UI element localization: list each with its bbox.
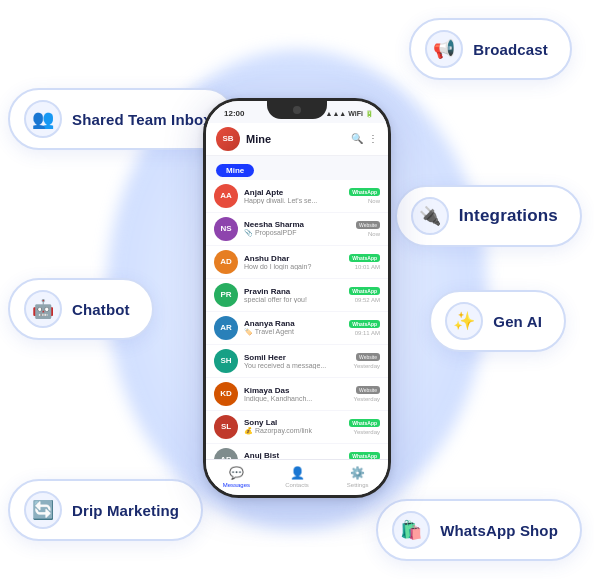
contact-item[interactable]: NS Neesha Sharma 📎 ProposalPDF Website N…: [206, 213, 388, 246]
pill-drip-marketing[interactable]: 🔄 Drip Marketing: [8, 479, 203, 541]
tab-mine[interactable]: Mine: [216, 164, 254, 177]
contact-name: Anjal Apte: [244, 188, 343, 197]
genai-label: Gen AI: [493, 313, 542, 330]
contact-name: Neesha Sharma: [244, 220, 350, 229]
contact-time: 09:11 AM: [355, 330, 380, 336]
contact-avatar: PR: [214, 283, 238, 307]
phone-notch: [267, 101, 327, 119]
pill-genai[interactable]: ✨ Gen AI: [429, 290, 566, 352]
contact-message: Indique, Kandhanch...: [244, 395, 348, 402]
contact-badge: Website: [356, 386, 380, 394]
search-icon[interactable]: 🔍: [351, 133, 363, 144]
wifi-icon: WiFi: [348, 110, 363, 117]
nav-icon: 💬: [229, 466, 244, 480]
nav-label: Contacts: [285, 482, 309, 488]
contact-badge: WhatsApp: [349, 287, 380, 295]
contact-name: Ananya Rana: [244, 319, 343, 328]
pill-broadcast[interactable]: 📢 Broadcast: [409, 18, 572, 80]
contact-avatar: NS: [214, 217, 238, 241]
contact-message: 📎 ProposalPDF: [244, 229, 350, 237]
contact-name: Anuj Bist: [244, 451, 343, 459]
contact-badge: Website: [356, 221, 380, 229]
contact-item[interactable]: SH Somil Heer You received a message... …: [206, 345, 388, 378]
phone-frame: 12:00 ▲▲▲ WiFi 🔋 SB Mine 🔍 ⋮ Mine: [203, 98, 391, 498]
contact-meta: WhatsApp 09:11 AM: [349, 320, 380, 336]
contact-badge: WhatsApp: [349, 254, 380, 262]
contact-avatar: AA: [214, 184, 238, 208]
contact-info: Anjal Apte Happy diwali. Let's se...: [244, 188, 343, 204]
contact-time: Now: [368, 198, 380, 204]
battery-icon: 🔋: [365, 110, 374, 118]
contact-badge: Website: [356, 353, 380, 361]
header-action-icons: 🔍 ⋮: [351, 133, 378, 144]
contact-meta: Website Yesterday: [354, 386, 380, 402]
contact-item[interactable]: KD Kimaya Das Indique, Kandhanch... Webs…: [206, 378, 388, 411]
contact-meta: WhatsApp 09:52 AM: [349, 287, 380, 303]
contact-item[interactable]: AR Ananya Rana 🏷️ Travel Agent WhatsApp …: [206, 312, 388, 345]
whatsapp-shop-icon: 🛍️: [392, 511, 430, 549]
contact-item[interactable]: AA Anjal Apte Happy diwali. Let's se... …: [206, 180, 388, 213]
pill-chatbot[interactable]: 🤖 Chatbot: [8, 278, 154, 340]
contact-name: Kimaya Das: [244, 386, 348, 395]
broadcast-label: Broadcast: [473, 41, 548, 58]
nav-label: Settings: [347, 482, 369, 488]
more-icon[interactable]: ⋮: [368, 133, 378, 144]
contact-avatar: SL: [214, 415, 238, 439]
camera-dot: [293, 106, 301, 114]
broadcast-icon: 📢: [425, 30, 463, 68]
contact-name: Sony Lal: [244, 418, 343, 427]
contact-badge: WhatsApp: [349, 320, 380, 328]
header-avatar: SB: [216, 127, 240, 151]
status-icons: ▲▲▲ WiFi 🔋: [325, 110, 374, 118]
contact-list: AA Anjal Apte Happy diwali. Let's se... …: [206, 180, 388, 459]
chatbot-label: Chatbot: [72, 301, 130, 318]
contact-item[interactable]: AB Anuj Bist 💰 Razorpay.com/link WhatsAp…: [206, 444, 388, 459]
contact-message: 🏷️ Travel Agent: [244, 328, 343, 336]
pill-whatsapp-shop[interactable]: 🛍️ WhatsApp Shop: [376, 499, 582, 561]
contact-avatar: AB: [214, 448, 238, 459]
contact-name: Somil Heer: [244, 353, 348, 362]
integrations-label: Integrations: [459, 206, 558, 226]
contact-info: Neesha Sharma 📎 ProposalPDF: [244, 220, 350, 237]
contact-avatar: AR: [214, 316, 238, 340]
contact-time: 09:52 AM: [355, 297, 380, 303]
tab-selector: Mine: [206, 156, 388, 180]
contact-info: Anshu Dhar How do I login again?: [244, 254, 343, 270]
nav-item-messages[interactable]: 💬 Messages: [206, 460, 267, 495]
contact-name: Anshu Dhar: [244, 254, 343, 263]
contact-badge: WhatsApp: [349, 419, 380, 427]
contact-meta: WhatsApp 10:01 AM: [349, 254, 380, 270]
contact-meta: Website Now: [356, 221, 380, 237]
contact-time: Yesterday: [354, 363, 380, 369]
contact-message: 💰 Razorpay.com/link: [244, 427, 343, 435]
contact-message: You received a message...: [244, 362, 348, 369]
shared-inbox-label: Shared Team Inbox: [72, 111, 212, 128]
contact-item[interactable]: PR Pravin Rana special offer for you! Wh…: [206, 279, 388, 312]
contact-avatar: KD: [214, 382, 238, 406]
contact-meta: Website Yesterday: [354, 353, 380, 369]
nav-icon: ⚙️: [350, 466, 365, 480]
contact-info: Kimaya Das Indique, Kandhanch...: [244, 386, 348, 402]
contact-info: Ananya Rana 🏷️ Travel Agent: [244, 319, 343, 336]
contact-info: Somil Heer You received a message...: [244, 353, 348, 369]
contact-meta: WhatsApp Yesterday: [349, 452, 380, 459]
nav-item-contacts[interactable]: 👤 Contacts: [267, 460, 328, 495]
contact-info: Pravin Rana special offer for you!: [244, 287, 343, 303]
phone-mockup: 12:00 ▲▲▲ WiFi 🔋 SB Mine 🔍 ⋮ Mine: [203, 98, 391, 498]
nav-item-settings[interactable]: ⚙️ Settings: [327, 460, 388, 495]
contact-time: 10:01 AM: [355, 264, 380, 270]
contact-time: Yesterday: [354, 396, 380, 402]
nav-icon: 👤: [290, 466, 305, 480]
contact-item[interactable]: SL Sony Lal 💰 Razorpay.com/link WhatsApp…: [206, 411, 388, 444]
contact-badge: WhatsApp: [349, 188, 380, 196]
shared-inbox-icon: 👥: [24, 100, 62, 138]
nav-label: Messages: [223, 482, 250, 488]
header-title: Mine: [246, 133, 345, 145]
chatbot-icon: 🤖: [24, 290, 62, 328]
pill-shared-inbox[interactable]: 👥 Shared Team Inbox: [8, 88, 236, 150]
contact-avatar: AD: [214, 250, 238, 274]
app-header: SB Mine 🔍 ⋮: [206, 123, 388, 156]
contact-item[interactable]: AD Anshu Dhar How do I login again? What…: [206, 246, 388, 279]
pill-integrations[interactable]: 🔌 Integrations: [395, 185, 582, 247]
contact-message: special offer for you!: [244, 296, 343, 303]
